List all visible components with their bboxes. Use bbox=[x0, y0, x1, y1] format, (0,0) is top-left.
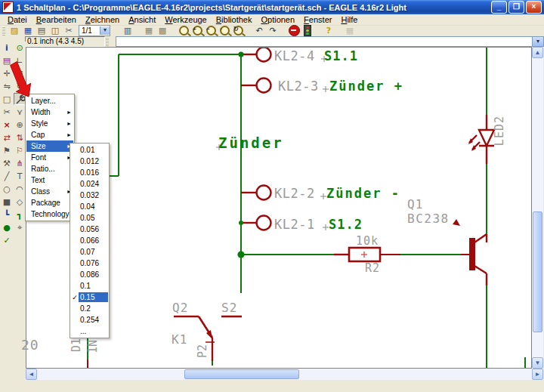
size-option-0.016[interactable]: 0.016 bbox=[71, 167, 108, 178]
erc-trafficlight-button[interactable] bbox=[301, 26, 314, 36]
change-menu-item-class[interactable]: Class► bbox=[26, 186, 73, 197]
name-tool-button[interactable]: ⚑ bbox=[1, 144, 13, 156]
mirror-tool-button[interactable]: ⇋ bbox=[1, 80, 13, 92]
size-option-0.04[interactable]: 0.04 bbox=[71, 201, 108, 212]
display-tool-button[interactable]: ▤ bbox=[1, 54, 13, 66]
size-option-0.012[interactable]: 0.012 bbox=[71, 156, 108, 167]
grid-display-button[interactable]: ▦ bbox=[343, 26, 357, 36]
group-tool-button[interactable]: □ bbox=[1, 93, 13, 105]
junction-tool-button[interactable]: ● bbox=[1, 221, 13, 233]
change-menu-item-width[interactable]: Width► bbox=[26, 106, 73, 118]
text-tool-button[interactable]: T bbox=[14, 170, 26, 182]
size-option-0.066[interactable]: 0.066 bbox=[71, 235, 108, 246]
size-option-0.024[interactable]: 0.024 bbox=[71, 178, 108, 190]
menu-ansicht[interactable]: Ansicht bbox=[124, 15, 160, 24]
circle-tool-button[interactable]: ○ bbox=[1, 183, 13, 195]
print-button[interactable]: ▤ bbox=[35, 26, 48, 36]
menu-bibliothek[interactable]: Bibliothek bbox=[212, 15, 257, 24]
size-option-0.07[interactable]: 0.07 bbox=[71, 246, 108, 258]
change-menu-item-package[interactable]: Package bbox=[26, 197, 73, 208]
sheet-combo[interactable]: 1/1▾ bbox=[79, 25, 110, 36]
toolbar-grip[interactable] bbox=[2, 26, 5, 35]
size-option-...[interactable]: ... bbox=[71, 326, 108, 337]
change-menu-item-font[interactable]: Font► bbox=[26, 152, 73, 163]
bus-tool-button[interactable]: ┗ bbox=[1, 208, 13, 221]
scroll-up-button[interactable]: ▲ bbox=[532, 47, 543, 58]
delete-tool-button[interactable]: × bbox=[1, 119, 13, 131]
cam-processor-button[interactable]: ◫ bbox=[48, 26, 62, 36]
net-tool-button[interactable]: ┓ bbox=[14, 208, 26, 221]
grid-table2-button[interactable]: ▩ bbox=[156, 26, 169, 36]
size-option-0.086[interactable]: 0.086 bbox=[71, 269, 108, 280]
rotate-tool-button[interactable]: ↻ bbox=[14, 80, 26, 92]
size-option-0.2[interactable]: 0.2 bbox=[71, 303, 108, 314]
copy-tool-button[interactable]: ⊞ bbox=[14, 67, 26, 79]
rect-tool-button[interactable]: ■ bbox=[1, 196, 13, 208]
zoom-redraw-button[interactable]: ↻ bbox=[231, 26, 245, 36]
size-option-0.032[interactable]: 0.032 bbox=[71, 190, 108, 201]
horizontal-scrollbar[interactable]: ◄ ► bbox=[26, 369, 543, 380]
menu-optionen[interactable]: Optionen bbox=[256, 15, 299, 24]
commandbar-grip[interactable] bbox=[106, 37, 109, 46]
redo-button[interactable]: ↷ bbox=[266, 26, 280, 36]
change-menu-item-layer[interactable]: Layer... bbox=[26, 95, 73, 106]
horizontal-scroll-thumb[interactable] bbox=[184, 369, 299, 379]
scroll-down-button[interactable]: ▼ bbox=[532, 357, 543, 369]
scroll-right-button[interactable]: ► bbox=[532, 369, 543, 380]
erc-tool-button[interactable]: ✓ bbox=[1, 234, 13, 246]
change-menu-item-ratio[interactable]: Ratio... bbox=[26, 163, 73, 174]
vertical-scroll-thumb[interactable] bbox=[533, 211, 542, 332]
change-menu-item-text[interactable]: Text bbox=[26, 174, 73, 186]
move-tool-button[interactable]: ✛ bbox=[1, 67, 13, 79]
stop-button[interactable] bbox=[287, 26, 301, 36]
change-menu-item-technology[interactable]: Technology bbox=[26, 208, 73, 220]
zoom-in-button[interactable]: + bbox=[190, 26, 204, 36]
wire-tool-button[interactable]: ╱ bbox=[1, 170, 13, 182]
command-input[interactable] bbox=[116, 37, 532, 46]
change-menu-item-cap[interactable]: Cap► bbox=[26, 129, 73, 140]
pinswap-tool-button[interactable]: ⇄ bbox=[1, 131, 13, 144]
zoom-select-button[interactable]: ▫ bbox=[218, 26, 231, 36]
split-tool-button[interactable]: ⋔ bbox=[14, 157, 26, 169]
scroll-left-button[interactable]: ◄ bbox=[26, 369, 37, 380]
size-option-0.056[interactable]: 0.056 bbox=[71, 224, 108, 235]
value-tool-button[interactable]: ⚐ bbox=[14, 144, 26, 156]
menu-bearbeiten[interactable]: Bearbeiten bbox=[32, 15, 81, 24]
command-dropdown-icon[interactable]: ▾ bbox=[532, 37, 543, 46]
info-tool-button[interactable]: i bbox=[1, 42, 13, 54]
menu-zeichnen[interactable]: Zeichnen bbox=[81, 15, 124, 24]
size-option-0.076[interactable]: 0.076 bbox=[71, 258, 108, 269]
open-button[interactable]: ▨ bbox=[8, 26, 21, 36]
minimize-button[interactable]: _ bbox=[491, 1, 507, 14]
zoom-fit-button[interactable] bbox=[177, 26, 190, 36]
menu-fenster[interactable]: Fenster bbox=[299, 15, 336, 24]
change-menu-item-size[interactable]: Size► bbox=[26, 140, 73, 152]
menu-hilfe[interactable]: Hilfe bbox=[336, 15, 362, 24]
mark-tool-button[interactable]: ∟ bbox=[14, 54, 26, 66]
undo-button[interactable]: ↶ bbox=[252, 26, 266, 36]
menu-datei[interactable]: Datei bbox=[3, 15, 32, 24]
grid-table-button[interactable]: ▦ bbox=[142, 26, 156, 36]
cut-tool-button[interactable]: ✂ bbox=[1, 106, 13, 118]
size-option-0.05[interactable]: 0.05 bbox=[71, 212, 108, 224]
use-library-button[interactable]: ▥ bbox=[121, 26, 134, 36]
size-option-0.254[interactable]: 0.254 bbox=[71, 314, 108, 326]
smash-tool-button[interactable]: ⚒ bbox=[1, 157, 13, 169]
polygon-tool-button[interactable]: ◇ bbox=[14, 196, 26, 208]
menu-werkzeuge[interactable]: Werkzeuge bbox=[160, 15, 211, 24]
show-tool-button[interactable]: ⊙ bbox=[14, 42, 26, 54]
arc-tool-button[interactable]: ◠ bbox=[14, 183, 26, 195]
change-menu-item-style[interactable]: Style► bbox=[26, 118, 73, 129]
vertical-scrollbar[interactable]: ▲ ▼ bbox=[532, 47, 543, 369]
label-tool-button[interactable]: ⌖ bbox=[14, 221, 26, 233]
size-option-0.15[interactable]: ✓0.15 bbox=[71, 292, 108, 303]
save-button[interactable]: ▦ bbox=[21, 26, 35, 36]
help-button[interactable]: ? bbox=[322, 26, 335, 36]
size-option-0.01[interactable]: 0.01 bbox=[71, 144, 108, 156]
title-bar[interactable]: 1 Schaltplan - C:\Programme\EAGLE-4.16r2… bbox=[0, 0, 544, 14]
restore-button[interactable]: ❐ bbox=[508, 1, 524, 14]
close-button[interactable]: × bbox=[526, 1, 542, 14]
paste-tool-button[interactable]: ⋎ bbox=[14, 106, 26, 118]
change-tool-button[interactable] bbox=[14, 93, 26, 105]
size-option-0.1[interactable]: 0.1 bbox=[71, 280, 108, 292]
